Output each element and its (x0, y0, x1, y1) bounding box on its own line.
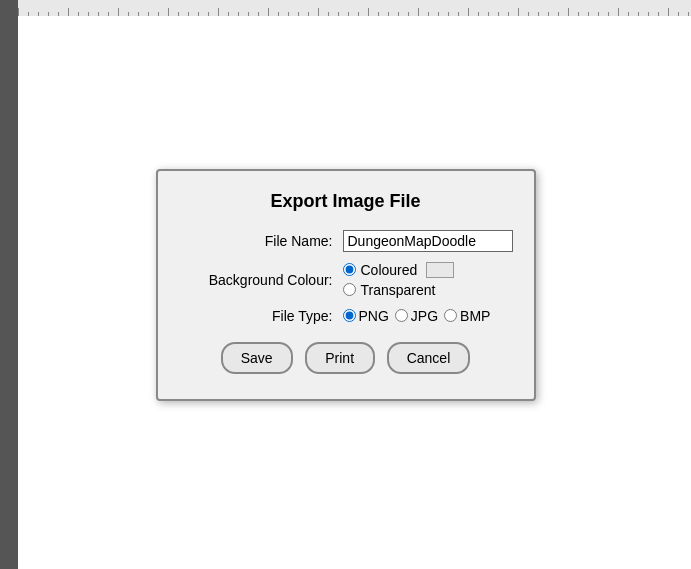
bmp-label: BMP (460, 308, 490, 324)
transparent-label: Transparent (361, 282, 436, 298)
png-radio[interactable] (343, 309, 356, 322)
coloured-option[interactable]: Coloured (343, 262, 455, 278)
cancel-button[interactable]: Cancel (387, 342, 471, 374)
button-row: Save Print Cancel (188, 342, 504, 374)
file-type-options: PNG JPG BMP (343, 308, 491, 324)
save-button[interactable]: Save (221, 342, 293, 374)
jpg-option[interactable]: JPG (395, 308, 438, 324)
png-option[interactable]: PNG (343, 308, 389, 324)
file-name-row: File Name: (188, 230, 504, 252)
file-name-label: File Name: (188, 233, 333, 249)
file-type-label: File Type: (188, 308, 333, 324)
png-label: PNG (359, 308, 389, 324)
transparent-radio[interactable] (343, 283, 356, 296)
ruler-top (18, 0, 691, 16)
export-dialog: Export Image File File Name: Background … (156, 169, 536, 401)
bmp-option[interactable]: BMP (444, 308, 490, 324)
coloured-label: Coloured (361, 262, 418, 278)
colour-swatch[interactable] (426, 262, 454, 278)
file-name-input[interactable] (343, 230, 513, 252)
bg-colour-options: Coloured Transparent (343, 262, 455, 298)
jpg-radio[interactable] (395, 309, 408, 322)
bg-colour-row: Background Colour: Coloured Transparent (188, 262, 504, 298)
bg-colour-label: Background Colour: (188, 272, 333, 288)
dialog-title: Export Image File (188, 191, 504, 212)
jpg-label: JPG (411, 308, 438, 324)
bmp-radio[interactable] (444, 309, 457, 322)
transparent-option[interactable]: Transparent (343, 282, 455, 298)
coloured-radio[interactable] (343, 263, 356, 276)
file-type-row: File Type: PNG JPG BMP (188, 308, 504, 324)
print-button[interactable]: Print (305, 342, 375, 374)
